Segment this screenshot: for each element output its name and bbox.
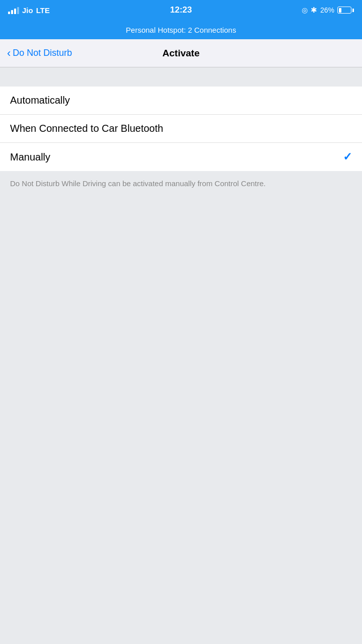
list-item-manually[interactable]: Manually ✓ xyxy=(0,143,362,171)
signal-bars-icon xyxy=(8,6,19,14)
bluetooth-icon: ✱ xyxy=(311,6,317,15)
automatically-label: Automatically xyxy=(10,95,70,106)
status-left: Jio LTE xyxy=(8,6,50,15)
section-spacer xyxy=(0,67,362,87)
page-title: Activate xyxy=(162,48,200,59)
description-content: Do Not Disturb While Driving can be acti… xyxy=(10,179,266,188)
settings-list: Automatically When Connected to Car Blue… xyxy=(0,87,362,171)
battery-icon xyxy=(337,7,354,14)
time-label: 12:23 xyxy=(170,5,192,15)
network-label: LTE xyxy=(36,6,50,15)
list-item-car-bluetooth[interactable]: When Connected to Car Bluetooth xyxy=(0,115,362,143)
car-bluetooth-label: When Connected to Car Bluetooth xyxy=(10,123,163,134)
manually-label: Manually xyxy=(10,151,50,163)
status-right: ◎ ✱ 26% xyxy=(302,6,354,15)
description-text: Do Not Disturb While Driving can be acti… xyxy=(0,171,362,197)
hotspot-banner: Personal Hotspot: 2 Connections xyxy=(0,20,362,39)
nav-bar: ‹ Do Not Disturb Activate xyxy=(0,39,362,67)
location-icon: ◎ xyxy=(302,6,308,14)
back-button[interactable]: ‹ Do Not Disturb xyxy=(7,48,72,59)
list-item-automatically[interactable]: Automatically xyxy=(0,87,362,115)
status-bar: Jio LTE 12:23 ◎ ✱ 26% xyxy=(0,0,362,20)
hotspot-text: Personal Hotspot: 2 Connections xyxy=(126,26,236,34)
checkmark-icon: ✓ xyxy=(343,150,352,164)
carrier-label: Jio xyxy=(22,6,33,15)
battery-percent: 26% xyxy=(320,6,334,14)
back-chevron-icon: ‹ xyxy=(7,48,11,59)
back-label: Do Not Disturb xyxy=(13,48,72,58)
